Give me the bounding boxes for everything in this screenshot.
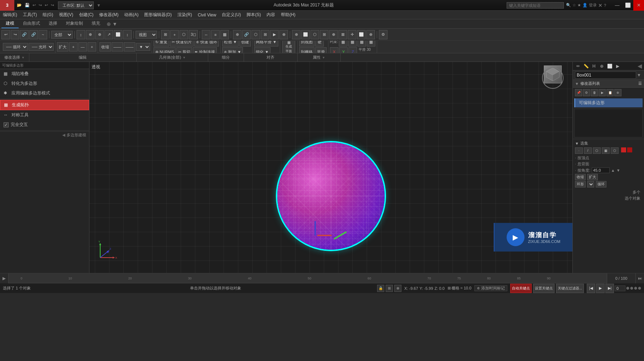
nav-icon4[interactable]: ⊕ (638, 286, 641, 291)
sel-loop-btn[interactable]: 循环 (596, 181, 606, 187)
sel-vertex-btn[interactable]: · (575, 147, 583, 154)
link-btn[interactable]: 🔗 (20, 30, 29, 39)
meshsmooth-btn[interactable]: 网格平滑 ▼ (254, 41, 278, 47)
open-file-icon[interactable]: 📂 (16, 2, 23, 8)
viewcube[interactable] (540, 65, 565, 91)
contract-btn[interactable]: — (78, 42, 87, 52)
snap-status-icon[interactable]: ⊕ (394, 285, 401, 292)
contract2-btn[interactable]: + (88, 42, 96, 52)
menu-customize[interactable]: 自定义(U) (219, 11, 244, 19)
timeline-track[interactable]: 0 10 20 30 40 50 60 70 75 80 85 90 (9, 273, 607, 283)
xyz-x-btn[interactable]: X (330, 47, 338, 53)
width-dropdown[interactable]: ▼ (136, 43, 150, 51)
sel-border-btn[interactable]: ⬡ (593, 147, 601, 154)
repeat-btn[interactable]: ↻ 重复 (153, 41, 169, 47)
lock-icon[interactable]: 🔒 (377, 285, 384, 292)
undo-btn[interactable]: ↩ (1, 30, 10, 39)
scale-btn[interactable]: ↗ (104, 30, 113, 39)
rp-hierarchy-icon[interactable]: H (591, 63, 597, 69)
sel-ring-btn[interactable]: 环形 (575, 181, 586, 187)
rotate-btn[interactable]: ⊕ (95, 30, 104, 39)
select-filter-dropdown[interactable]: 全部 (51, 31, 73, 39)
move-btn[interactable]: ⊕ (86, 30, 94, 39)
transform-btn[interactable]: ↕ (123, 30, 132, 39)
play-btn[interactable]: ▶ (596, 284, 605, 293)
subtab-fill[interactable]: 填充 (87, 19, 104, 28)
workspace-dropdown[interactable]: 工作区: 默认 (58, 1, 94, 9)
draw-connect-btn[interactable]: ✒ 绘制连接 (193, 47, 216, 53)
extra7-btn[interactable]: ✛ (348, 30, 356, 39)
xyz-y-btn[interactable]: Y (339, 47, 348, 53)
bookmark-icon[interactable]: ★ (577, 3, 581, 8)
redo-icon[interactable]: ↪ (38, 2, 43, 8)
menu-tools[interactable]: 工具(T) (20, 11, 40, 19)
menu-full-interact[interactable]: ✓ 完全交互 (0, 120, 89, 130)
menu-symmetry[interactable]: ↔ 对称工具 (0, 110, 89, 120)
rp-pencil-icon[interactable]: ✏ (575, 63, 581, 69)
extra5-btn[interactable]: ⊕ (329, 30, 338, 39)
extra3-btn[interactable]: ⬡ (311, 30, 319, 39)
sel-angle-input[interactable] (592, 167, 610, 173)
select-btn[interactable]: ↕ (77, 30, 85, 39)
subtab-freeform[interactable]: 自由形式 (19, 19, 44, 28)
menu-view[interactable]: 视图(V) (56, 11, 76, 19)
mod-copy-icon[interactable]: 📋 (606, 89, 614, 96)
obj-name-dropdown[interactable]: ▼ (636, 73, 642, 78)
modifier-options-icon[interactable]: ☰ (638, 81, 642, 86)
viewport[interactable]: 透视 (89, 62, 572, 273)
search-input[interactable] (507, 2, 564, 9)
attach-btn[interactable]: ⊕ 附加 ▼ (222, 47, 243, 53)
setkey-btn[interactable]: 设置关键点 (533, 284, 555, 293)
expand-btn[interactable]: 扩大 (57, 42, 68, 52)
quick-cut-btn[interactable]: ✂ 快速切片 (170, 41, 194, 47)
add-time-tag-btn[interactable]: ⊕ 添加时间标记 (474, 285, 507, 291)
xyz-z-btn[interactable]: Z (348, 47, 357, 53)
flat-btn[interactable]: 平滑 (315, 47, 327, 53)
autokey-btn[interactable]: 自动关键点 (510, 284, 532, 293)
search-icon[interactable]: 🔍 (566, 3, 571, 8)
scene-redo-icon[interactable]: ↪ (50, 2, 55, 8)
sel-ring-dropdown[interactable]: ▼ (587, 181, 594, 187)
mod-enable-icon[interactable]: ▶ (599, 89, 606, 96)
subtab-paint[interactable]: 对象绘制 (62, 19, 87, 28)
nurms-btn[interactable]: ⊕ NURMS (153, 47, 176, 53)
maximize-button[interactable]: ⬜ (623, 0, 633, 11)
expand2-btn[interactable]: + (69, 42, 78, 52)
menu-render[interactable]: 渲染(R) (175, 11, 195, 19)
extra6-btn[interactable]: ⊠ (338, 30, 347, 39)
menu-convert-poly[interactable]: ⬡ 转化为多边形 (0, 79, 89, 88)
relax-btn[interactable]: 松弛 ▼ (222, 41, 239, 47)
keyfilter-btn[interactable]: 关键点过滤器... (556, 284, 584, 293)
frame-nav-icon[interactable]: ⊕ (626, 286, 629, 291)
scene-undo-icon[interactable]: ↩ (44, 2, 49, 8)
grid-btn[interactable]: ⊞ (161, 30, 170, 39)
redo-btn[interactable]: ↪ (11, 30, 19, 39)
rp-measure-icon[interactable]: 📏 (583, 63, 589, 69)
hard-btn[interactable]: 硬 (315, 41, 324, 47)
rp-motion-icon[interactable]: ⊕ (599, 63, 605, 69)
extra2-btn[interactable]: ⬜ (301, 30, 310, 39)
rp-display-icon[interactable]: ⬜ (606, 63, 613, 69)
shrink-btn[interactable]: 收缩 (99, 42, 111, 52)
menu-edit[interactable]: 编辑(E) (0, 11, 20, 19)
ring-dropdown[interactable]: ── 光环 ── (29, 43, 54, 51)
sel-poly-btn[interactable]: ▦ (602, 147, 610, 154)
menu-modifier[interactable]: 修改器(M) (96, 11, 121, 19)
layer-btn[interactable]: ▦ (220, 30, 229, 39)
quick-loop-btn[interactable]: ⊕ 快速 循环 (194, 41, 219, 47)
render-setup-btn[interactable]: ⊞ (261, 30, 269, 39)
mod-paste-icon[interactable]: ⊕ (614, 89, 621, 96)
next-frame-btn[interactable]: ▶| (605, 284, 614, 293)
menu-content[interactable]: 内容 (264, 11, 278, 19)
menu-graph-editor[interactable]: 图形编辑器(D) (141, 11, 175, 19)
mod-delete-icon[interactable]: 🗑 (591, 89, 598, 96)
grid-icon[interactable]: ⊞ (386, 285, 393, 292)
close-button[interactable]: ✕ (633, 0, 644, 11)
sel-angle-down-icon[interactable]: ▼ (616, 168, 620, 172)
refine-btn[interactable]: 细化 ▼ (254, 47, 270, 53)
undo-icon[interactable]: ↩ (31, 2, 37, 8)
sphere-object[interactable] (277, 142, 385, 250)
menu-collapse[interactable]: ▦ 塌陷堆叠 (0, 69, 89, 79)
menu-animation[interactable]: 动画(A) (121, 11, 141, 19)
render2-btn[interactable]: ⊕ (279, 30, 288, 39)
